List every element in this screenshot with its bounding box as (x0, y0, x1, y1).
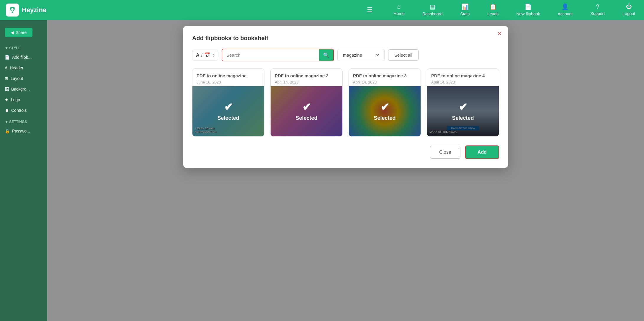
controls-icon: ⏺ (5, 108, 9, 113)
modal-title: Add flipbooks to bookshelf (192, 35, 499, 42)
card-title: PDF to online magazine 2 (275, 73, 338, 79)
flipbook-card[interactable]: PDF to online magazine 2 April 14, 2023 … (270, 68, 343, 137)
flipbook-card[interactable]: PDF to online magazine 3 April 14, 2023 … (349, 68, 421, 137)
card-header: PDF to online magazine June 16, 2020 (192, 69, 264, 86)
text-icon: A (196, 53, 200, 58)
checkmark-icon: ✔ (459, 101, 468, 113)
nav-items: ⌂ Home ▤ Dashboard 📊 Stats 📋 Leads 📄 New… (385, 0, 644, 20)
card-header: PDF to online magazine 4 April 14, 2023 (427, 69, 499, 86)
nav-support[interactable]: ? Support (581, 0, 614, 20)
sidebar-item-header[interactable]: A Header (0, 63, 47, 73)
modal-toolbar: A I 📅 ↕ 🔍 magazine all recent (192, 49, 499, 61)
card-date: April 14, 2023 (431, 80, 495, 84)
logo-sidebar-icon: ★ (5, 97, 9, 102)
style-section-label: ▼ STYLE (0, 42, 47, 52)
modal-backdrop: Add flipbooks to bookshelf ✕ A I 📅 ↕ 🔍 (47, 20, 644, 321)
card-date: June 16, 2020 (197, 80, 260, 84)
nav-stats[interactable]: 📊 Stats (451, 0, 478, 20)
sidebar-item-controls[interactable]: ⏺ Controls (0, 105, 47, 116)
background-icon: 🖼 (5, 87, 9, 91)
stats-icon: 📊 (461, 3, 469, 10)
selected-label: Selected (452, 115, 474, 121)
modal-footer: Close Add (192, 145, 499, 159)
card-image: + EASY 3D withRCPRODUCTION ✔ Selected (192, 86, 264, 136)
search-wrapper: 🔍 (222, 49, 334, 61)
card-title: PDF to online magazine (197, 73, 260, 79)
filter-select[interactable]: magazine all recent (342, 52, 380, 58)
selected-overlay: ✔ Selected (427, 86, 499, 136)
nav-home-label: Home (393, 11, 404, 16)
card-image: MARK OF THE NINJA MARK OF THE NINJA ✔ Se… (427, 86, 499, 136)
search-input[interactable] (222, 50, 319, 60)
modal-close-button[interactable]: ✕ (497, 31, 502, 37)
card-date: April 14, 2023 (353, 80, 416, 84)
select-all-button[interactable]: Select all (388, 49, 419, 61)
nav-logout[interactable]: ⏻ Logout (614, 0, 644, 20)
share-button[interactable]: ◀ Share (5, 28, 32, 37)
nav-account-label: Account (558, 12, 573, 16)
add-button[interactable]: Add (465, 145, 499, 159)
nav-leads-label: Leads (487, 12, 498, 16)
dashboard-icon: ▤ (430, 3, 435, 10)
card-title: PDF to online magazine 3 (353, 73, 416, 79)
card-header: PDF to online magazine 2 April 14, 2023 (271, 69, 342, 86)
selected-overlay: ✔ Selected (349, 86, 421, 136)
app-name: Heyzine (22, 6, 46, 14)
nav-account[interactable]: 👤 Account (549, 0, 582, 20)
flipbook-card[interactable]: PDF to online magazine June 16, 2020 + E… (192, 68, 264, 137)
support-icon: ? (596, 3, 599, 10)
italic-icon: I (201, 53, 202, 58)
logout-icon: ⏻ (626, 3, 632, 10)
calendar-icon: 📅 (204, 52, 210, 58)
checkmark-icon: ✔ (224, 101, 233, 113)
flipbook-card[interactable]: PDF to online magazine 4 April 14, 2023 … (427, 68, 499, 137)
nav-leads[interactable]: 📋 Leads (478, 0, 507, 20)
nav-new-flipbook-label: New flipbook (516, 12, 540, 16)
top-navigation: Heyzine ☰ ⌂ Home ▤ Dashboard 📊 Stats 📋 L… (0, 0, 644, 20)
sidebar: ◀ Share ▼ STYLE 📄 Add flipb... A Header … (0, 20, 47, 321)
sidebar-item-background[interactable]: 🖼 Backgro... (0, 84, 47, 94)
close-button[interactable]: Close (430, 146, 460, 159)
filter-dropdown[interactable]: magazine all recent (337, 49, 385, 61)
add-flipbooks-modal: Add flipbooks to bookshelf ✕ A I 📅 ↕ 🔍 (183, 26, 508, 168)
header-icon: A (5, 65, 7, 70)
hamburger-menu[interactable]: ☰ (367, 6, 373, 14)
share-icon: ◀ (11, 30, 14, 35)
nav-dashboard[interactable]: ▤ Dashboard (413, 0, 452, 20)
nav-logout-label: Logout (622, 11, 635, 16)
settings-section-label: ▼ SETTINGS (0, 116, 47, 126)
flipbook-grid: PDF to online magazine June 16, 2020 + E… (192, 68, 499, 137)
svg-point-0 (11, 8, 14, 11)
home-icon: ⌂ (397, 3, 401, 10)
toolbar-format-icons: A I 📅 ↕ (192, 50, 218, 60)
new-flipbook-icon: 📄 (524, 3, 532, 10)
checkmark-icon: ✔ (302, 101, 311, 113)
nav-dashboard-label: Dashboard (422, 12, 443, 16)
card-image: ✔ Selected (271, 86, 342, 136)
selected-label: Selected (217, 115, 239, 121)
page-body: ◀ Share ▼ STYLE 📄 Add flipb... A Header … (0, 20, 644, 321)
selected-label: Selected (374, 115, 395, 121)
layout-icon: ⊞ (5, 76, 8, 81)
nav-new-flipbook[interactable]: 📄 New flipbook (507, 0, 549, 20)
selected-overlay: ✔ Selected (192, 86, 264, 136)
card-title: PDF to online magazine 4 (431, 73, 495, 79)
card-image: ✔ Selected (349, 86, 421, 136)
account-icon: 👤 (561, 3, 569, 10)
sidebar-item-layout[interactable]: ⊞ Layout (0, 73, 47, 84)
sidebar-item-add-flipbooks[interactable]: 📄 Add flipb... (0, 52, 47, 63)
card-date: April 14, 2023 (275, 80, 338, 84)
nav-home[interactable]: ⌂ Home (385, 0, 413, 20)
search-button[interactable]: 🔍 (319, 49, 333, 61)
sidebar-item-logo[interactable]: ★ Logo (0, 94, 47, 105)
add-flipbooks-icon: 📄 (5, 55, 10, 60)
main-content: Add flipbooks to bookshelf ✕ A I 📅 ↕ 🔍 (47, 20, 644, 321)
card-header: PDF to online magazine 3 April 14, 2023 (349, 69, 421, 86)
sort-icon: ↕ (212, 53, 214, 58)
app-logo[interactable]: Heyzine (6, 4, 46, 17)
sidebar-item-password[interactable]: 🔒 Passwo... (0, 126, 47, 136)
nav-support-label: Support (590, 11, 605, 16)
checkmark-icon: ✔ (380, 101, 389, 113)
selected-overlay: ✔ Selected (271, 86, 342, 136)
password-icon: 🔒 (5, 129, 10, 133)
